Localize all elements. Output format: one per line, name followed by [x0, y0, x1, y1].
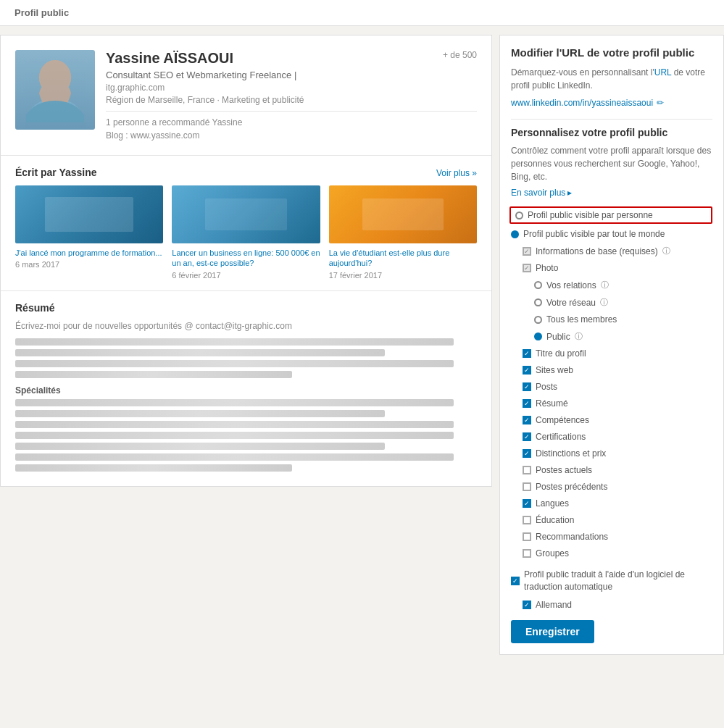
- option-recommandations-label: Recommandations: [536, 532, 608, 542]
- radio-vos-relations[interactable]: [534, 281, 542, 289]
- option-distinctions[interactable]: ✓ Distinctions et prix: [511, 447, 712, 460]
- radio-tous-membres[interactable]: [534, 316, 542, 324]
- checkbox-recommandations[interactable]: [523, 532, 531, 541]
- url-description: Démarquez-vous en personnalisant l'URL d…: [511, 66, 712, 92]
- checkbox-posts[interactable]: ✓: [523, 382, 531, 391]
- option-votre-reseau[interactable]: Votre réseau ⓘ: [511, 296, 712, 309]
- blurred-line-6: [15, 410, 385, 417]
- option-translation[interactable]: ✓ Profil public traduit à l'aide d'un lo…: [511, 567, 712, 595]
- option-langues-label: Langues: [536, 498, 569, 509]
- checkbox-translation[interactable]: ✓: [511, 577, 520, 585]
- profile-connections: 1 personne a recommandé Yassine: [106, 117, 477, 127]
- option-vos-relations[interactable]: Vos relations ⓘ: [511, 278, 712, 292]
- sidebar-card: Modifier l'URL de votre profil public Dé…: [499, 35, 724, 655]
- option-public[interactable]: Public ⓘ: [511, 330, 712, 343]
- option-postes-actuels[interactable]: Postes actuels: [511, 464, 712, 477]
- pub-image-1: [15, 185, 163, 243]
- blurred-line-7: [15, 421, 454, 428]
- pub-title-3[interactable]: La vie d'étudiant est-elle plus dure auj…: [329, 248, 477, 269]
- option-photo[interactable]: ✓ Photo: [511, 262, 712, 275]
- profile-website: itg.graphic.com: [106, 83, 477, 93]
- info-relations-icon[interactable]: ⓘ: [601, 280, 609, 290]
- radio-visible-world[interactable]: [511, 230, 519, 238]
- info-basic-icon[interactable]: ⓘ: [662, 246, 670, 256]
- option-tous-membres-label: Tous les membres: [546, 314, 617, 325]
- checkbox-distinctions[interactable]: ✓: [523, 449, 531, 458]
- checkbox-photo[interactable]: ✓: [523, 264, 531, 272]
- option-translation-label: Profil public traduit à l'aide d'un logi…: [524, 569, 712, 593]
- option-titre-profil[interactable]: ✓ Titre du profil: [511, 347, 712, 360]
- checkbox-postes-precedents[interactable]: [523, 482, 531, 491]
- personalize-description: Contrôlez comment votre profil apparaît …: [511, 144, 712, 183]
- checkbox-competences[interactable]: ✓: [523, 416, 531, 424]
- option-sites-web-label: Sites web: [536, 365, 573, 375]
- checkbox-langues[interactable]: ✓: [523, 499, 531, 508]
- option-votre-reseau-label: Votre réseau: [546, 298, 596, 308]
- avatar: [15, 50, 95, 130]
- translation-section: ✓ Profil public traduit à l'aide d'un lo…: [511, 567, 712, 611]
- checkbox-postes-actuels[interactable]: [523, 466, 531, 474]
- option-resume-label: Résumé: [536, 398, 568, 409]
- option-certifications[interactable]: ✓ Certifications: [511, 430, 712, 443]
- pub-title-2[interactable]: Lancer un business en ligne: 500 000€ en…: [172, 248, 320, 269]
- option-resume[interactable]: ✓ Résumé: [511, 397, 712, 410]
- radio-votre-reseau[interactable]: [534, 298, 542, 306]
- sidebar: Modifier l'URL de votre profil public Dé…: [499, 35, 724, 655]
- option-recommandations[interactable]: Recommandations: [511, 530, 712, 543]
- option-tous-membres[interactable]: Tous les membres: [511, 313, 712, 326]
- divider-1: [511, 119, 712, 120]
- option-posts[interactable]: ✓ Posts: [511, 380, 712, 393]
- checkbox-titre-profil[interactable]: ✓: [523, 349, 531, 358]
- info-public-icon[interactable]: ⓘ: [575, 331, 583, 342]
- checkbox-sites-web[interactable]: ✓: [523, 366, 531, 375]
- pub-title-1[interactable]: J'ai lancé mon programme de formation...: [15, 248, 163, 258]
- profile-title: Consultant SEO et Webmarketing Freelance…: [106, 70, 477, 80]
- save-button[interactable]: Enregistrer: [511, 620, 594, 643]
- option-visible-world[interactable]: Profil public visible par tout le monde: [511, 227, 712, 240]
- radio-not-visible[interactable]: [515, 212, 523, 219]
- option-groupes[interactable]: Groupes: [511, 547, 712, 560]
- blurred-line-10: [15, 453, 454, 461]
- option-langues[interactable]: ✓ Langues: [511, 497, 712, 510]
- option-education[interactable]: Éducation: [511, 514, 712, 527]
- profile-location: Région de Marseille, France · Marketing …: [106, 95, 477, 105]
- info-reseau-icon[interactable]: ⓘ: [600, 297, 608, 308]
- blurred-line-4: [15, 371, 292, 378]
- option-competences[interactable]: ✓ Compétences: [511, 414, 712, 427]
- publications-more[interactable]: Voir plus »: [436, 168, 477, 178]
- resume-section: Résumé Écrivez-moi pour de nouvelles opp…: [1, 291, 491, 486]
- publications-section: Écrit par Yassine Voir plus » J'ai lancé…: [1, 156, 491, 291]
- checkbox-education[interactable]: [523, 516, 531, 524]
- option-public-label: Public: [546, 332, 570, 342]
- profile-blog: Blog : www.yassine.com: [106, 130, 477, 141]
- blurred-line-3: [15, 360, 454, 367]
- option-allemand[interactable]: ✓ Allemand: [511, 598, 712, 611]
- linkedin-url-text: www.linkedin.com/in/yassineaissaoui: [511, 98, 653, 108]
- connections-count: + de 500: [443, 50, 477, 60]
- checkbox-certifications[interactable]: ✓: [523, 432, 531, 441]
- option-allemand-label: Allemand: [536, 600, 572, 610]
- option-groupes-label: Groupes: [536, 548, 569, 558]
- option-postes-precedents[interactable]: Postes précédents: [511, 480, 712, 493]
- option-not-visible[interactable]: Profil public visible par personne: [509, 206, 712, 224]
- edit-url-icon[interactable]: ✏: [657, 98, 664, 108]
- main-container: Yassine AÏSSAOUI + de 500 Consultant SEO…: [0, 26, 724, 664]
- linkedin-url[interactable]: www.linkedin.com/in/yassineaissaoui ✏: [511, 98, 712, 108]
- pub-item-3: La vie d'étudiant est-elle plus dure auj…: [329, 185, 477, 280]
- profile-name: Yassine AÏSSAOUI: [106, 50, 233, 67]
- pub-image-2: [172, 185, 320, 243]
- page-title: Profil public: [14, 7, 69, 18]
- pub-date-1: 6 mars 2017: [15, 260, 163, 269]
- option-sites-web[interactable]: ✓ Sites web: [511, 364, 712, 377]
- checkbox-basic-info[interactable]: ✓: [523, 247, 531, 256]
- pub-date-3: 17 février 2017: [329, 271, 477, 280]
- checkbox-resume[interactable]: ✓: [523, 399, 531, 408]
- profile-section: Yassine AÏSSAOUI + de 500 Consultant SEO…: [0, 35, 492, 487]
- url-section: Modifier l'URL de votre profil public Dé…: [511, 46, 712, 108]
- checkbox-groupes[interactable]: [523, 549, 531, 558]
- resume-contact: Écrivez-moi pour de nouvelles opportunit…: [15, 321, 477, 331]
- checkbox-allemand[interactable]: ✓: [523, 601, 531, 609]
- option-basic-info[interactable]: ✓ Informations de base (requises) ⓘ: [511, 244, 712, 258]
- learn-more-link[interactable]: En savoir plus ▸: [511, 188, 572, 198]
- radio-public[interactable]: [534, 332, 542, 340]
